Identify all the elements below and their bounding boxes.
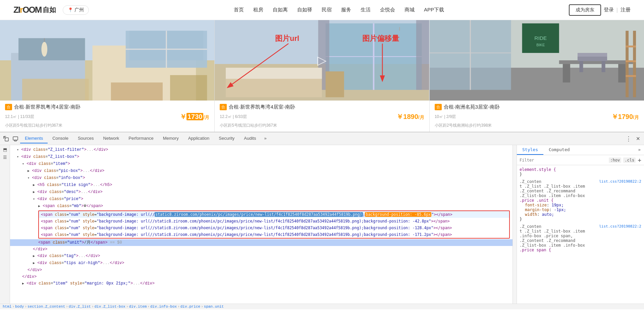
nav-item-home[interactable]: 首页 [234, 7, 244, 13]
breadcrumb-item-divprice[interactable]: div.price [180, 305, 200, 309]
el-line-3[interactable]: ▾ <div class="item"> [10, 161, 513, 168]
nav-item-zrl[interactable]: 自如离 [273, 7, 288, 13]
breadcrumb-item-divinfobox[interactable]: div.info-box [150, 305, 177, 309]
el-line-14[interactable]: </div> [10, 267, 513, 273]
breadcrumb-item-section[interactable]: section.Z_content [28, 305, 65, 309]
el-line-2[interactable]: ▾ <div class="Z_list-box"> [10, 153, 513, 161]
code-line-1[interactable]: <span class="num" style="background-imag… [39, 211, 509, 218]
breadcrumb-item-divbox[interactable]: div.Z_list-box [94, 305, 125, 309]
property-card-3[interactable]: RIDE BIKE [430, 20, 644, 132]
room-svg-3: RIDE BIKE [430, 20, 644, 101]
el-line-13[interactable]: ▶ <div class="tips air-high">...</div> [10, 260, 513, 267]
location-pin-icon: 📍 [68, 7, 73, 12]
tab-application[interactable]: Application [183, 134, 214, 143]
login-link[interactable]: 登录 [604, 7, 614, 13]
tab-memory[interactable]: Memory [158, 134, 183, 143]
tab-audits[interactable]: Audits [239, 134, 261, 143]
logo: ZIrOOM 自如 [13, 5, 56, 15]
header-right: 成为房东 登录 | 注册 [569, 4, 631, 16]
style-selector-2c: .info-box .price span, [520, 234, 641, 238]
elements-panel: ▾ <div class="Z_list-filter">...</div> ▾… [10, 145, 513, 304]
style-selector-1b: t .Z_list .Z_list-box .item [520, 184, 641, 189]
property-card-2[interactable]: ▷ 合 合租·新世界凯粤湾4居室-南卧 12.2㎡ | 6/33层 ￥1890/… [215, 20, 429, 132]
breadcrumb-item-spanunit[interactable]: span.unit [204, 305, 224, 309]
el-line-6[interactable]: ▶ <h5 class="title sign">...</h5> [10, 182, 513, 189]
svg-rect-51 [14, 140, 16, 141]
styles-tab[interactable]: Styles [517, 145, 543, 155]
filter-cls-button[interactable]: .cls [623, 157, 636, 163]
code-line-2[interactable]: <span class="num" style="background-imag… [39, 218, 509, 225]
property-detail-2: 12.2㎡ | 6/33层 [220, 114, 247, 120]
device-toolbar-button[interactable] [11, 134, 20, 143]
breadcrumb-item-divzlist[interactable]: div.Z_list [69, 305, 91, 309]
dock-icon-inspect[interactable]: ⬒ [3, 147, 7, 152]
svg-rect-24 [226, 68, 322, 79]
bc-sep-2: › [24, 305, 27, 309]
el-line-7[interactable]: ▶ <div class="desc">...</div> [10, 189, 513, 196]
settings-button[interactable]: ⋮ [624, 134, 633, 143]
location-button[interactable]: 📍 广州 [63, 5, 89, 15]
property-title-2: 合 合租·新世界凯粤湾4居室-南卧 [220, 104, 424, 110]
code-line-3[interactable]: <span class="num" style="background-imag… [39, 225, 509, 231]
filter-hov-button[interactable]: :hov [609, 157, 621, 163]
el-line-8[interactable]: ▾ <div class="price"> [10, 196, 513, 203]
el-line-4[interactable]: ▶ <div class="pic-box">...</div> [10, 168, 513, 175]
el-line-12[interactable]: ▶ <div class="tag">...</div> [10, 253, 513, 260]
nav-item-sm[interactable]: 商城 [405, 7, 415, 13]
nav-item-ms[interactable]: 民宿 [322, 7, 332, 13]
property-title-1: 合 合租·新世界凯粤湾4居室-南卧 [5, 104, 209, 110]
styles-content: element.style { } list.css?20190822:2 .Z… [517, 165, 644, 304]
style-source-1: list.css?20190822:2 [599, 179, 641, 184]
el-line-15[interactable]: </div> [10, 273, 513, 280]
nav-item-zry[interactable]: 自如驿 [297, 7, 312, 13]
elements-scrollbar[interactable] [513, 145, 517, 304]
el-line-5[interactable]: ▾ <div class="info-box"> [10, 175, 513, 182]
dock-icon-mobile[interactable]: ☰ [3, 155, 7, 160]
become-landlord-button[interactable]: 成为房东 [569, 4, 601, 16]
nav-item-sh[interactable]: 生活 [361, 7, 371, 13]
property-tag-3: 合 [435, 104, 442, 110]
computed-tab[interactable]: Computed [543, 145, 575, 155]
styles-more-button[interactable]: » [635, 145, 644, 155]
nav-item-rent[interactable]: 租房 [253, 7, 263, 13]
close-devtools-button[interactable]: ✕ [633, 134, 643, 143]
nav-item-app[interactable]: APP下载 [424, 7, 444, 13]
tab-console[interactable]: Console [48, 134, 73, 143]
price-highlight-1: 1730 [186, 113, 204, 120]
el-line-16[interactable]: ▶ <div class="item" style="margin: 0px 2… [10, 280, 513, 287]
el-line-9[interactable]: ▶ <span class="mb">¥</span> [10, 203, 513, 210]
devtools-body: ⬒ ☰ ▾ <div class="Z_list-filter">...</di… [0, 145, 644, 304]
divider: | [616, 7, 618, 13]
inspect-element-button[interactable] [1, 134, 11, 143]
nav-item-fw[interactable]: 服务 [341, 7, 351, 13]
el-line-1[interactable]: ▾ <div class="Z_list-filter">...</div> [10, 146, 513, 153]
breadcrumb-item-body[interactable]: body [15, 305, 24, 309]
breadcrumb-item-html[interactable]: html [3, 305, 11, 309]
svg-rect-45 [626, 31, 629, 97]
register-link[interactable]: 注册 [621, 7, 631, 13]
property-card-1[interactable]: 合 合租·新世界凯粤湾4居室-南卧 12.1㎡ | 11/33层 ￥1730/月… [0, 20, 214, 132]
property-tag-1: 合 [5, 104, 12, 110]
devtools-toolbar: Elements Console Sources Network Perform… [0, 132, 644, 145]
style-prop-margintop: margin-top: -1px; [520, 207, 641, 212]
logo-text: ZIrOOM [13, 5, 41, 15]
tab-elements[interactable]: Elements [20, 134, 48, 143]
code-line-4[interactable]: <span class="num" style="background-imag… [39, 231, 509, 238]
styles-filter-input[interactable] [520, 158, 607, 163]
nav-item-qyh[interactable]: 企悦会 [380, 7, 395, 13]
add-style-rule-button[interactable]: + [638, 156, 641, 164]
more-tabs-button[interactable]: » [261, 134, 270, 143]
tab-security[interactable]: Security [214, 134, 239, 143]
style-selector-2d: .Z_content .Z_recommand [520, 238, 641, 243]
breadcrumb-item-divitem[interactable]: div.item [129, 305, 147, 309]
tab-performance[interactable]: Performance [124, 134, 158, 143]
tab-sources[interactable]: Sources [73, 134, 99, 143]
property-detail-3: 10㎡ | 2/9层 [435, 114, 456, 120]
tab-network[interactable]: Network [99, 134, 124, 143]
styles-panel: Styles Computed » :hov .cls + element.st… [517, 145, 644, 304]
el-line-11[interactable]: </div> [10, 246, 513, 253]
style-selector-1c: .Z_content .Z_recommand [520, 189, 641, 193]
el-line-10[interactable]: <span class="unit">/月</span> == $0 [10, 239, 513, 246]
property-price-2: ￥1890/月 [396, 112, 424, 121]
property-price-3: ￥1790/月 [611, 112, 639, 121]
